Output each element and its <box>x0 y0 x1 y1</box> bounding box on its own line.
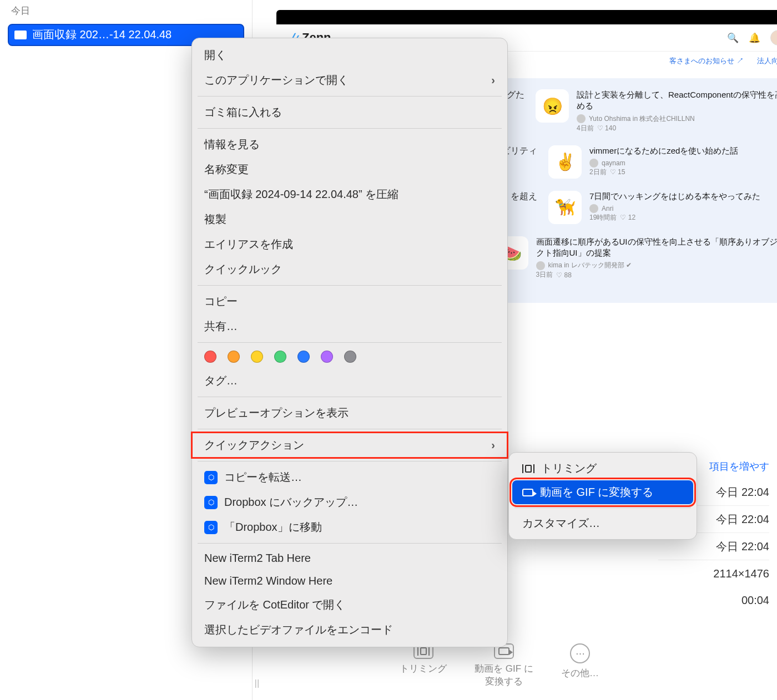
bell-icon[interactable]: 🔔 <box>749 32 760 44</box>
menu-separator <box>514 508 691 508</box>
submenu-convert-label: 動画を GIF に変換する <box>540 485 653 500</box>
trim-label: トリミング <box>400 662 447 675</box>
article-title: vimmerになるためにzedを使い始めた話 <box>589 145 738 156</box>
menu-item[interactable]: 情報を見る <box>192 132 507 157</box>
menu-item[interactable]: クイックアクション› <box>192 433 507 458</box>
chevron-right-icon: › <box>491 74 495 87</box>
menu-separator <box>198 461 502 461</box>
submenu-customize-label: カスタマイズ… <box>522 516 600 531</box>
menu-item[interactable]: 名称変更 <box>192 157 507 182</box>
meta-dimensions: 2114×1476 <box>658 560 769 587</box>
submenu-customize[interactable]: カスタマイズ… <box>512 511 693 535</box>
notice-link[interactable]: 客さまへのお知らせ ↗ <box>669 56 744 66</box>
tag-color-dot[interactable] <box>251 351 263 363</box>
menu-item[interactable]: プレビューオプションを表示 <box>192 400 507 425</box>
menu-item[interactable]: New iTerm2 Tab Here <box>192 547 507 570</box>
menu-separator <box>198 429 502 429</box>
menu-item-label: このアプリケーションで開く <box>204 73 349 88</box>
menu-item-label: 複製 <box>204 212 226 227</box>
menu-item[interactable]: タグ… <box>192 368 507 393</box>
submenu-convert-gif[interactable]: 動画を GIF に変換する <box>512 480 693 504</box>
menu-item[interactable]: 開く <box>192 43 507 68</box>
menu-item-label: コピー <box>204 294 238 309</box>
menu-separator <box>198 543 502 544</box>
article-emoji-icon: 😠 <box>536 89 569 123</box>
menu-item[interactable]: このアプリケーションで開く› <box>192 68 507 93</box>
sidebar-section-label: 今日 <box>0 0 252 22</box>
avatar[interactable] <box>770 30 777 45</box>
menu-item[interactable]: エイリアスを作成 <box>192 232 507 257</box>
chevron-right-icon: › <box>491 439 495 452</box>
quick-actions-submenu[interactable]: トリミング 動画を GIF に変換する カスタマイズ… <box>508 452 697 540</box>
file-name: 画面収録 202…-14 22.04.48 <box>32 27 171 42</box>
menu-item-label: タグ… <box>204 373 238 388</box>
author-avatar-icon <box>589 159 598 168</box>
more-label: その他… <box>561 667 599 679</box>
menu-item[interactable]: ⬡Dropbox にバックアップ… <box>192 490 507 515</box>
search-icon[interactable]: 🔍 <box>727 32 739 44</box>
dropbox-icon: ⬡ <box>204 496 218 509</box>
tag-color-dot[interactable] <box>297 351 310 363</box>
menu-item[interactable]: “画面収録 2024-09-14 22.04.48” を圧縮 <box>192 182 507 207</box>
menu-item-label: “画面収録 2024-09-14 22.04.48” を圧縮 <box>204 187 398 202</box>
article-emoji-icon: ✌️ <box>548 145 582 179</box>
tag-color-dot[interactable] <box>228 351 240 363</box>
menu-item[interactable]: 複製 <box>192 207 507 232</box>
menu-item-label: New iTerm2 Window Here <box>204 575 332 587</box>
menu-item-label: プレビューオプションを表示 <box>204 405 349 420</box>
trim-icon <box>522 464 534 473</box>
corp-link[interactable]: 法人向け <box>757 56 777 66</box>
menu-item-label: 名称変更 <box>204 162 249 177</box>
menu-item[interactable]: 共有… <box>192 314 507 339</box>
article-title: 設計と実装を分離して、ReactComponentの保守性を高める <box>577 89 777 112</box>
author-avatar-icon <box>536 261 545 270</box>
article-title: 画面遷移に順序があるUIの保守性を向上させる「順序ありオブジェクト指向UI」の提… <box>536 236 778 259</box>
video-file-icon <box>14 31 27 39</box>
menu-item-label: 共有… <box>204 319 238 334</box>
menu-item[interactable]: コピー <box>192 289 507 314</box>
convert-action[interactable]: 動画を GIF に変換する <box>473 643 534 688</box>
article-meta: Yuto Ohshima in 株式会社CHILLNN <box>577 114 777 124</box>
menu-separator <box>198 128 502 129</box>
article-stats: 19時間前 12 <box>589 213 760 222</box>
dropbox-icon: ⬡ <box>204 471 218 484</box>
tag-color-dot[interactable] <box>274 351 286 363</box>
menu-item-label: ファイルを CotEditor で開く <box>204 597 345 612</box>
menu-item-label: ゴミ箱に入れる <box>204 105 282 120</box>
convert-label: 動画を GIF に変換する <box>473 662 534 688</box>
article-stats: 4日前 140 <box>577 124 777 133</box>
menu-item-label: コピーを転送… <box>224 470 302 485</box>
menu-item[interactable]: 選択したビデオファイルをエンコード <box>192 617 507 642</box>
article-card[interactable]: 🍉画面遷移に順序があるUIの保守性を向上させる「順序ありオブジェクト指向UI」の… <box>495 236 778 280</box>
menu-item[interactable]: New iTerm2 Window Here <box>192 570 507 592</box>
context-menu[interactable]: 開くこのアプリケーションで開く›ゴミ箱に入れる情報を見る名称変更“画面収録 20… <box>191 38 508 647</box>
article-card[interactable]: 🦮7日間でハッキングをはじめる本をやってみたAnri19時間前 12 <box>548 191 760 224</box>
more-icon: ⋯ <box>570 643 590 663</box>
menu-item[interactable]: ⬡コピーを転送… <box>192 465 507 490</box>
article-meta: qaynam <box>589 159 738 168</box>
article-card[interactable]: ✌️vimmerになるためにzedを使い始めた話qaynam2日前 15 <box>548 145 738 179</box>
author-avatar-icon <box>577 114 586 123</box>
menu-separator <box>198 96 502 97</box>
submenu-trim-label: トリミング <box>541 461 597 476</box>
camera-icon <box>522 489 533 496</box>
tag-color-dot[interactable] <box>321 351 333 363</box>
article-stats: 3日前 88 <box>536 270 778 280</box>
menu-item[interactable]: ⬡「Dropbox」に移動 <box>192 515 507 540</box>
tag-colors[interactable] <box>192 346 507 368</box>
menu-item-label: クイックルック <box>204 262 282 277</box>
tag-color-dot[interactable] <box>344 351 356 363</box>
article-card[interactable]: 😠設計と実装を分離して、ReactComponentの保守性を高めるYuto O… <box>536 89 777 133</box>
menu-item-label: 選択したビデオファイルをエンコード <box>204 622 393 637</box>
article-meta: Anri <box>589 204 760 213</box>
article-title: 7日間でハッキングをはじめる本をやってみた <box>589 191 760 202</box>
menu-item-label: New iTerm2 Tab Here <box>204 552 311 565</box>
menu-item[interactable]: ファイルを CotEditor で開く <box>192 592 507 617</box>
submenu-trim[interactable]: トリミング <box>512 456 693 480</box>
tag-color-dot[interactable] <box>204 351 216 363</box>
more-action[interactable]: ⋯ その他… <box>561 643 599 688</box>
playback-handle-icon[interactable]: || <box>253 678 261 689</box>
trim-action[interactable]: トリミング <box>400 643 447 688</box>
menu-item[interactable]: ゴミ箱に入れる <box>192 100 507 125</box>
menu-item[interactable]: クイックルック <box>192 257 507 282</box>
